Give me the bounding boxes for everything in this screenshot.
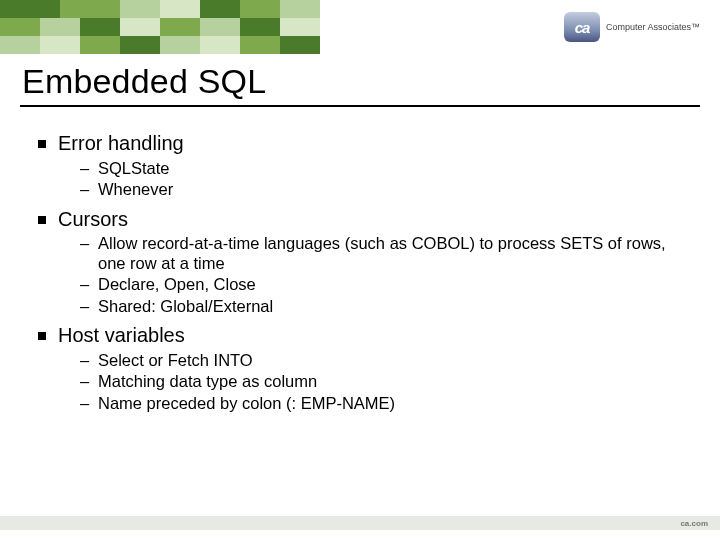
section-heading: Error handling — [38, 132, 688, 156]
list-item: –Name preceded by colon (: EMP-NAME) — [80, 394, 688, 413]
section-heading: Cursors — [38, 208, 688, 232]
list-item-text: Matching data type as column — [98, 372, 688, 391]
list-item-text: Allow record-at-a-time languages (such a… — [98, 234, 688, 273]
footer-bar — [0, 516, 720, 530]
dash-bullet-icon: – — [80, 351, 92, 370]
dash-bullet-icon: – — [80, 234, 92, 273]
dash-bullet-icon: – — [80, 159, 92, 178]
section-heading: Host variables — [38, 324, 688, 348]
dash-bullet-icon: – — [80, 372, 92, 391]
section-heading-text: Error handling — [58, 132, 184, 156]
company-logo-text: Computer Associates™ — [606, 22, 700, 32]
list-item-text: Name preceded by colon (: EMP-NAME) — [98, 394, 688, 413]
list-item-text: Declare, Open, Close — [98, 275, 688, 294]
section-heading-text: Host variables — [58, 324, 185, 348]
page-title: Embedded SQL — [20, 60, 700, 107]
slide: ca Computer Associates™ Embedded SQL Err… — [0, 0, 720, 540]
square-bullet-icon — [38, 216, 46, 224]
content: Error handling –SQLState –Whenever Curso… — [38, 128, 688, 415]
list-item: –Select or Fetch INTO — [80, 351, 688, 370]
section-heading-text: Cursors — [58, 208, 128, 232]
company-logo-icon: ca — [564, 12, 600, 42]
square-bullet-icon — [38, 140, 46, 148]
dash-bullet-icon: – — [80, 394, 92, 413]
dash-bullet-icon: – — [80, 180, 92, 199]
dash-bullet-icon: – — [80, 297, 92, 316]
list-item: –Allow record-at-a-time languages (such … — [80, 234, 688, 273]
title-wrap: Embedded SQL — [20, 60, 700, 107]
dash-bullet-icon: – — [80, 275, 92, 294]
list-item-text: Shared: Global/External — [98, 297, 688, 316]
logo-block: ca Computer Associates™ — [560, 0, 720, 54]
list-item-text: Select or Fetch INTO — [98, 351, 688, 370]
list-item: –SQLState — [80, 159, 688, 178]
list-item: –Shared: Global/External — [80, 297, 688, 316]
list-item: –Matching data type as column — [80, 372, 688, 391]
footer-text: ca.com — [680, 519, 708, 528]
square-bullet-icon — [38, 332, 46, 340]
list-item-text: Whenever — [98, 180, 688, 199]
list-item: –Whenever — [80, 180, 688, 199]
list-item: –Declare, Open, Close — [80, 275, 688, 294]
list-item-text: SQLState — [98, 159, 688, 178]
